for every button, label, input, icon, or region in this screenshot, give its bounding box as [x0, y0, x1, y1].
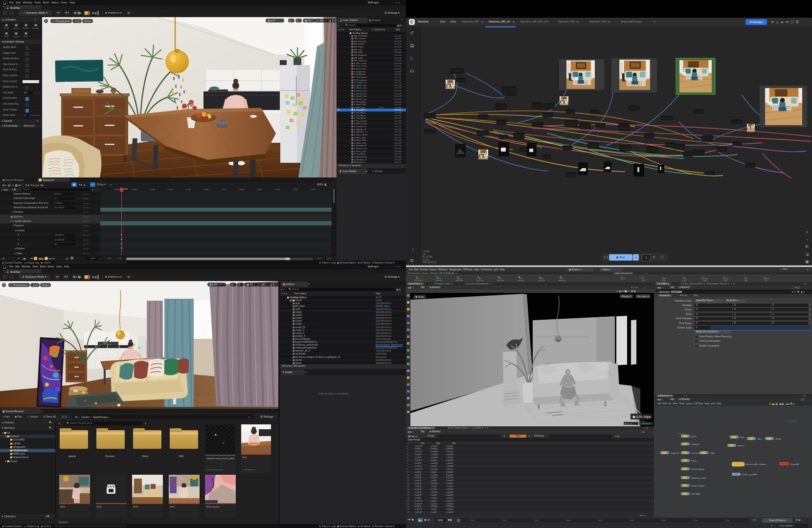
svg-text:▶120.0fps: ▶120.0fps — [633, 415, 651, 419]
svg-text:▮ wire/sh: ▮ wire/sh — [625, 422, 632, 425]
svg-text:✓ Scenelvl: ✓ Scenelvl — [640, 422, 650, 425]
